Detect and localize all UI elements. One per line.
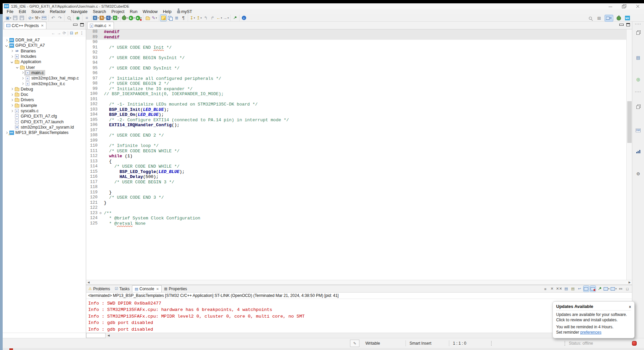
next-edit-location-icon[interactable]: ↱ bbox=[209, 15, 215, 21]
show-whitespace-icon[interactable]: ¶ bbox=[180, 15, 186, 21]
collapse-all-icon[interactable]: ⊟ bbox=[70, 31, 73, 35]
code-line[interactable]: 119 } bbox=[86, 190, 632, 195]
open-element-icon[interactable] bbox=[66, 15, 72, 21]
new-header-icon[interactable]: h▾ bbox=[100, 15, 106, 21]
console-hscrollbar[interactable]: ◀ bbox=[86, 333, 632, 338]
code-line[interactable]: 105 /* -2- Configure EXTI14 (connected t… bbox=[86, 118, 632, 123]
code-line[interactable]: 113 { bbox=[86, 159, 632, 164]
dropdown-arrow-icon[interactable]: ▾ bbox=[32, 17, 33, 19]
dropdown-arrow-icon[interactable]: ▾ bbox=[194, 17, 195, 19]
console-output[interactable]: Info : SWD DPIDR 0x6ba02477Info : STM32M… bbox=[86, 299, 632, 333]
code-line[interactable]: 95 /* USER CODE END SysInit */ bbox=[86, 66, 632, 71]
menu-item-window[interactable]: Window bbox=[140, 9, 160, 14]
redo-icon[interactable]: ↷ bbox=[57, 15, 63, 21]
cubemx-perspective-icon[interactable]: MX bbox=[624, 15, 630, 21]
close-window-button[interactable] bbox=[636, 4, 640, 8]
new-class-icon[interactable]: C▾ bbox=[106, 15, 112, 21]
outline-list-icon[interactable]: ≣ bbox=[174, 15, 180, 21]
minimize-icon[interactable]: ▭ bbox=[618, 286, 623, 292]
forward-icon[interactable]: →▾ bbox=[223, 15, 229, 21]
code-line[interactable]: 118 bbox=[86, 185, 632, 190]
view-menu-icon[interactable]: ⋮ bbox=[80, 31, 84, 35]
dropdown-arrow-icon[interactable]: ▾ bbox=[10, 17, 11, 19]
tree-item[interactable]: ldstm32mp13xx_a7_sysram.ld bbox=[3, 125, 86, 130]
dropdown-arrow-icon[interactable]: ▾ bbox=[118, 17, 119, 19]
projects-hscrollbar[interactable] bbox=[3, 333, 86, 338]
tree-item[interactable]: cstm32mp13xx_hal_msp.c bbox=[3, 75, 86, 81]
pin-console-icon[interactable] bbox=[597, 286, 602, 292]
menu-item-edit[interactable]: Edit bbox=[16, 9, 29, 14]
code-line[interactable]: 112 while (1) bbox=[86, 154, 632, 159]
chevron-down-icon[interactable] bbox=[9, 61, 14, 63]
run-icon[interactable]: ▶▾ bbox=[129, 15, 135, 21]
remove-launch-icon[interactable]: ✕ bbox=[549, 286, 555, 292]
code-line[interactable]: 125 * @retval None bbox=[86, 221, 632, 226]
back-icon[interactable]: ←▾ bbox=[216, 15, 222, 21]
code-line[interactable]: 110 /* Infinite loop */ bbox=[86, 143, 632, 149]
chevron-down-icon[interactable] bbox=[15, 66, 19, 68]
static-stack-analyzer-icon[interactable]: ⚙ bbox=[632, 171, 644, 176]
tab-tasks[interactable]: ☑Tasks bbox=[113, 285, 132, 292]
menu-item-source[interactable]: Source bbox=[29, 9, 47, 14]
word-wrap-icon[interactable]: ↩ bbox=[577, 286, 582, 292]
code-line[interactable]: 111 /* USER CODE BEGIN WHILE */ bbox=[86, 149, 632, 154]
menu-item-file[interactable]: File bbox=[4, 9, 16, 14]
linked-resources-icon[interactable] bbox=[167, 15, 173, 21]
maximize-editor-icon[interactable] bbox=[626, 23, 630, 26]
link-with-editor-icon[interactable]: ⇄ bbox=[75, 31, 78, 35]
scrollbar-thumb[interactable] bbox=[627, 101, 632, 143]
code-line[interactable]: 92 bbox=[86, 50, 632, 55]
code-line[interactable]: 120 /* USER CODE END 3 */ bbox=[86, 195, 632, 200]
offline-indicator-icon[interactable] bbox=[632, 341, 637, 346]
build-analyzer-icon[interactable] bbox=[632, 149, 644, 154]
code-line[interactable]: 124 * @brief System Clock Configuration bbox=[86, 216, 632, 221]
code-line[interactable]: 94 bbox=[86, 60, 632, 66]
dropdown-arrow-icon[interactable]: ▾ bbox=[98, 17, 99, 19]
code-line[interactable]: 123⊖/** bbox=[86, 211, 632, 216]
binary-file-icon[interactable]: 010 bbox=[41, 15, 47, 21]
cpp-perspective-icon[interactable]: C bbox=[605, 15, 613, 21]
menu-item-project[interactable]: Project bbox=[109, 9, 127, 14]
preferences-link[interactable]: preferences bbox=[580, 330, 601, 335]
tab-problems[interactable]: ⚠Problems bbox=[86, 285, 113, 292]
generate-code-icon[interactable]: G▾ bbox=[113, 15, 119, 21]
maximize-icon[interactable]: □ bbox=[625, 286, 630, 292]
outline-view-icon[interactable]: ▤ bbox=[632, 55, 644, 60]
code-line[interactable]: 104 BSP_LED_On(LED_BLUE); bbox=[86, 112, 632, 118]
format-paint-icon[interactable]: ✎▾ bbox=[151, 15, 157, 21]
chevron-right-icon[interactable] bbox=[9, 110, 14, 112]
dropdown-arrow-icon[interactable]: ▾ bbox=[156, 17, 157, 19]
code-line[interactable]: 121} bbox=[86, 200, 632, 206]
save-all-icon[interactable] bbox=[19, 15, 25, 21]
restore-window-button[interactable] bbox=[622, 4, 626, 8]
back-icon[interactable]: ← bbox=[51, 31, 55, 35]
new-c-source-icon[interactable]: c▾ bbox=[93, 15, 99, 21]
code-line[interactable]: 88#endif bbox=[86, 29, 632, 35]
scroll-on-stdout-icon[interactable] bbox=[584, 286, 589, 292]
tree-item[interactable]: csyscalls.c bbox=[3, 108, 86, 114]
build-all-icon[interactable]: ⚒▾ bbox=[34, 15, 40, 21]
scroll-lock-icon[interactable]: ▤ bbox=[570, 286, 576, 292]
dropdown-arrow-icon[interactable]: ▾ bbox=[227, 17, 229, 19]
menu-item-search[interactable]: Search bbox=[90, 9, 109, 14]
scroll-right-icon[interactable]: ▶ bbox=[629, 281, 631, 284]
scroll-left-icon[interactable]: ◀ bbox=[88, 281, 90, 284]
next-annotation-icon[interactable]: ↧▾ bbox=[189, 15, 195, 21]
menu-item-navigate[interactable]: Navigate bbox=[68, 9, 90, 14]
code-line[interactable]: 107 bbox=[86, 128, 632, 133]
code-line[interactable]: 103 BSP_LED_Init(LED_BLUE); bbox=[86, 107, 632, 113]
restore-view-icon[interactable] bbox=[632, 30, 644, 35]
tree-item[interactable]: Doc bbox=[3, 92, 86, 97]
previous-annotation-icon[interactable]: ↥▾ bbox=[196, 15, 202, 21]
tab-main-c[interactable]: c main.c ✕ bbox=[87, 22, 114, 29]
tree-item[interactable]: ≡GPIO_EXTI_A7.cfg bbox=[3, 114, 86, 119]
code-line[interactable]: 106 EXTI14_IRQHandler_Config(); bbox=[86, 123, 632, 128]
minimize-window-button[interactable] bbox=[608, 4, 613, 8]
dropdown-arrow-icon[interactable]: ▾ bbox=[134, 17, 135, 19]
close-icon[interactable]: ✕ bbox=[156, 287, 159, 291]
undo-icon[interactable]: ↶ bbox=[50, 15, 56, 21]
chevron-right-icon[interactable] bbox=[9, 50, 14, 52]
open-perspective-icon[interactable]: ⊞ bbox=[596, 15, 602, 21]
code-line[interactable]: 109 bbox=[86, 138, 632, 144]
editor-vscrollbar[interactable] bbox=[626, 29, 632, 280]
